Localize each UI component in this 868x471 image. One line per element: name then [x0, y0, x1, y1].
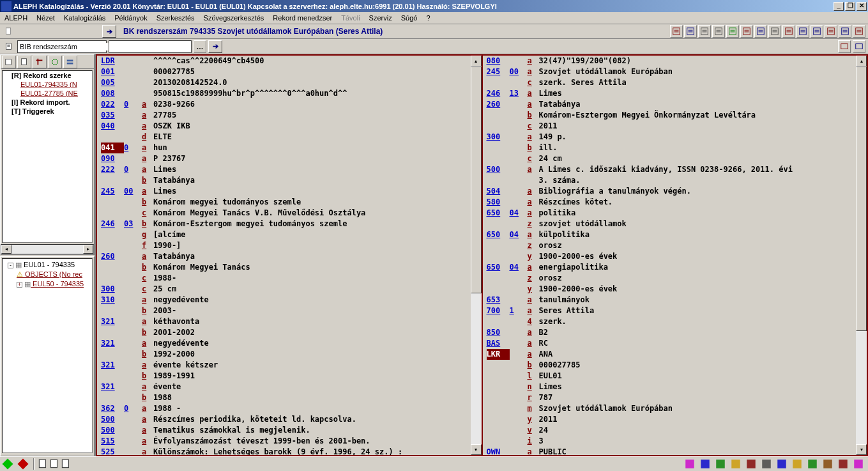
marc-field-row[interactable]: 500aTematikus számokkal is megjelenik. [97, 425, 471, 436]
marc-field-row[interactable]: bKomárom Megyei Tanács [97, 262, 471, 273]
marc-field-row[interactable]: 24603bKomárom-Esztergom megyei tudományo… [97, 219, 471, 229]
toolbar-icon-6[interactable] [754, 25, 767, 38]
marc-field-row[interactable]: 300a149 p. [483, 132, 857, 143]
ellipsis-button[interactable]: … [194, 40, 206, 53]
scroll-left-icon[interactable]: ◂ [1, 245, 11, 254]
tab-icon-2[interactable] [17, 56, 31, 68]
marc-field-row[interactable]: 65004aenergiapolitika [483, 262, 857, 273]
right-vscrollbar[interactable]: ▴ ▾ [856, 56, 867, 455]
marc-field-row[interactable]: 500aRészcímes periodika, köteteit ld. ka… [97, 414, 471, 425]
marc-field-row[interactable]: c1988- [97, 273, 471, 284]
marc-field-row[interactable]: bill. [483, 143, 857, 153]
toolbar-icon-10[interactable] [811, 25, 823, 38]
status-icon-9[interactable] [822, 458, 834, 470]
marc-field-row[interactable]: i3 [483, 436, 857, 447]
search-go-button[interactable]: ➔ [208, 40, 222, 53]
tree-hscrollbar[interactable]: ◂ ▸ [1, 244, 94, 254]
marc-field-row[interactable]: 24613aLimes [483, 88, 857, 99]
holdings-item[interactable]: +▦ EUL50 - 794335 [4, 279, 17, 289]
marc-field-row[interactable]: 321aévente [97, 382, 471, 392]
marc-field-row[interactable]: 500aA Limes c. időszaki kiadvány, ISSN 0… [483, 164, 857, 175]
status-icon-6[interactable] [776, 458, 788, 470]
marc-field-row[interactable]: 3620a1988 - [97, 403, 471, 414]
marc-column-right[interactable]: 080a32(47)"199/200"(082)24500aSzovjet ut… [482, 54, 869, 456]
status-icon-11[interactable] [853, 458, 864, 470]
menu-szövegszerkesztés[interactable]: Szövegszerkesztés [199, 13, 269, 23]
status-icon-2[interactable] [715, 458, 726, 470]
marc-field-row[interactable]: 321akéthavonta [97, 316, 471, 327]
status-icon-8[interactable] [807, 458, 818, 470]
tab-icon-3[interactable] [33, 56, 47, 68]
toolbar-icon-2[interactable] [698, 25, 711, 38]
holdings-tree[interactable]: -▦ EUL01 - 794335⚠ OBJECTS (No rec+▦ EUL… [2, 258, 93, 454]
marc-field-row[interactable]: 65004akülpolitika [483, 229, 857, 240]
marc-field-row[interactable]: bKomárom megyei tudományos szemle [97, 197, 471, 208]
toolbar-icon-1[interactable] [684, 25, 697, 38]
status-icon-3[interactable] [730, 458, 742, 470]
go-button[interactable]: ➔ [102, 25, 116, 38]
marc-field-row[interactable]: 260aTatabánya [483, 99, 857, 110]
marc-field-row[interactable]: zszovjet utódállamok [483, 219, 857, 229]
scroll-down-icon[interactable]: ▾ [471, 444, 482, 455]
marc-field-row[interactable]: 24500aLimes [97, 186, 471, 197]
marc-field-row[interactable]: LDR^^^^^cas^^2200649^cb4500 [97, 56, 471, 66]
marc-field-row[interactable]: bKomárom-Esztergom Megyei Önkormányzat L… [483, 110, 857, 121]
toolbar-icon-9[interactable] [796, 25, 809, 38]
record-tree[interactable]: [R] Rekord szerkeEUL01-794335 (NEUL01-27… [2, 70, 93, 243]
marc-field-row[interactable]: 035a27785 [97, 110, 471, 121]
toolbar-icon-12[interactable] [839, 25, 851, 38]
menu-?[interactable]: ? [422, 13, 434, 23]
scroll-up-icon[interactable]: ▴ [856, 56, 867, 66]
tab-icon-1[interactable] [2, 56, 16, 68]
marc-field-row[interactable]: BASaRC [483, 338, 857, 349]
marc-field-row[interactable]: 504aBibliográfia a tanulmányok végén. [483, 186, 857, 197]
marc-field-row[interactable]: bTatabánya [97, 175, 471, 186]
tb2-icon-1[interactable] [838, 40, 851, 53]
toolbar-icon-11[interactable] [825, 25, 837, 38]
marc-field-row[interactable]: 008950815c19889999hu^br^p^^^^^^^0^^^a0hu… [97, 88, 471, 99]
marc-field-row[interactable]: 525aKülönszámok: Lehetséges barokk (9 év… [97, 447, 471, 455]
marc-field-row[interactable]: 080a32(47)"199/200"(082) [483, 56, 857, 66]
toolbar-icon-5[interactable] [740, 25, 753, 38]
marc-field-row[interactable]: LKRaANA [483, 349, 857, 360]
marc-field-row[interactable]: zorosz [483, 240, 857, 251]
marc-field-row[interactable]: f1990-] [97, 240, 471, 251]
menu-távoli[interactable]: Távoli [337, 13, 364, 23]
marc-field-row[interactable]: 300c25 cm [97, 284, 471, 295]
toolbar-doc-icon[interactable] [3, 40, 15, 53]
marc-field-row[interactable]: 310anegyedévente [97, 295, 471, 305]
status-icon-0[interactable] [684, 458, 696, 470]
toolbar-icon-7[interactable] [768, 25, 781, 38]
status-icon-5[interactable] [761, 458, 772, 470]
status-icon-4[interactable] [745, 458, 757, 470]
marc-field-row[interactable]: 0410ahun [97, 143, 471, 153]
marc-field-row[interactable]: 580aRészcímes kötet. [483, 197, 857, 208]
marc-field-row[interactable]: b1988 [97, 392, 471, 403]
menu-szerkesztés[interactable]: Szerkesztés [152, 13, 199, 23]
marc-field-row[interactable]: nLimes [483, 382, 857, 392]
marc-field-row[interactable]: b2003- [97, 305, 471, 316]
marc-field-row[interactable]: b1992-2000 [97, 349, 471, 360]
marc-field-row[interactable]: 2220aLimes [97, 164, 471, 175]
restore-button[interactable]: ❐ [845, 2, 855, 11]
marc-field-row[interactable]: cKomárom Megyei Tanács V.B. Művelődési O… [97, 208, 471, 219]
marc-field-row[interactable]: 65004apolitika [483, 208, 857, 219]
menu-szerviz[interactable]: Szerviz [365, 13, 397, 23]
index-combo-input[interactable] [18, 43, 110, 50]
marc-field-row[interactable]: y1900-2000-es évek [483, 251, 857, 262]
marc-field-row[interactable]: 00520130208142524.0 [97, 77, 471, 88]
status-icon-1[interactable] [699, 458, 711, 470]
tb2-icon-2[interactable] [853, 40, 865, 53]
marc-field-row[interactable]: 4szerk. [483, 316, 857, 327]
marc-field-row[interactable]: b000027785 [483, 360, 857, 371]
marc-field-row[interactable]: b1989-1991 [97, 371, 471, 382]
tab-icon-5[interactable] [63, 56, 77, 68]
menu-nézet[interactable]: Nézet [32, 13, 59, 23]
scroll-down-icon[interactable]: ▾ [856, 444, 867, 455]
scroll-right-icon[interactable]: ▸ [83, 245, 93, 254]
status-icon-7[interactable] [791, 458, 803, 470]
menu-aleph[interactable]: ALEPH [0, 13, 32, 23]
toolbar-icon-4[interactable] [726, 25, 739, 38]
tree-item[interactable]: [T] Triggerek [3, 107, 92, 116]
marc-field-row[interactable]: 515aÉvfolyamszámozást téveszt 1999-ben é… [97, 436, 471, 447]
